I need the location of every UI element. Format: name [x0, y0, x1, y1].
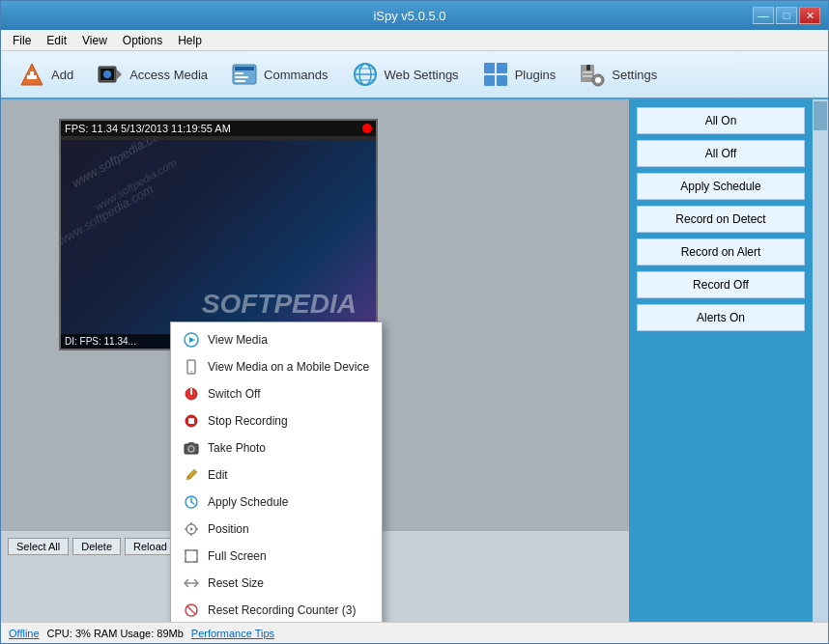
svg-rect-11 — [235, 80, 245, 82]
add-icon — [18, 61, 45, 88]
ctx-view-media-label: View Media — [208, 333, 268, 347]
commands-button[interactable]: Commands — [221, 57, 337, 92]
ctx-full-screen-label: Full Screen — [208, 549, 267, 563]
ctx-stop-recording[interactable]: Stop Recording — [171, 407, 382, 434]
thumbnail-controls: Select All Delete Reload — [6, 536, 178, 557]
main-content: FPS: 11.34 5/13/2013 11:19:55 AM www.sof… — [1, 99, 828, 622]
performance-tips-link[interactable]: Performance Tips — [191, 628, 274, 639]
commands-label: Commands — [264, 68, 328, 82]
add-label: Add — [51, 68, 73, 82]
ctx-position-icon — [183, 520, 200, 538]
ctx-view-media[interactable]: View Media — [171, 326, 382, 353]
settings-button[interactable]: Settings — [569, 57, 667, 92]
ctx-position[interactable]: Position — [171, 516, 382, 543]
alerts-on-button[interactable]: Alerts On — [637, 304, 805, 331]
delete-button[interactable]: Delete — [72, 538, 121, 555]
ctx-switch-off-icon — [183, 385, 200, 403]
svg-rect-10 — [235, 76, 248, 78]
ctx-take-photo[interactable]: Take Photo — [171, 434, 382, 462]
svg-marker-28 — [189, 337, 195, 343]
web-settings-button[interactable]: Web Settings — [342, 57, 469, 92]
ctx-apply-schedule-icon — [183, 493, 200, 511]
ctx-reset-counter-label: Reset Recording Counter (3) — [208, 603, 356, 617]
access-media-button[interactable]: Access Media — [87, 57, 217, 92]
svg-line-50 — [187, 606, 195, 614]
close-button[interactable]: ✕ — [799, 7, 820, 24]
scroll-thumb[interactable] — [814, 101, 827, 130]
svg-rect-2 — [27, 75, 37, 79]
ctx-view-media-icon — [183, 331, 200, 349]
title-bar: iSpy v5.0.5.0 — □ ✕ — [1, 1, 828, 30]
right-panel: All On All Off Apply Schedule Record on … — [629, 99, 813, 622]
svg-point-23 — [595, 77, 601, 83]
minimize-button[interactable]: — — [753, 7, 774, 24]
ctx-full-screen[interactable]: Full Screen — [171, 543, 382, 570]
ctx-full-screen-icon — [183, 547, 200, 565]
svg-point-42 — [190, 528, 193, 531]
ctx-take-photo-label: Take Photo — [208, 441, 266, 455]
all-off-button[interactable]: All Off — [637, 140, 805, 167]
camera-feed-header: FPS: 11.34 5/13/2013 11:19:55 AM — [61, 121, 376, 136]
ctx-edit-icon — [183, 466, 200, 484]
menu-view[interactable]: View — [74, 32, 115, 49]
offline-status[interactable]: Offline — [9, 628, 40, 639]
window-title: iSpy v5.0.5.0 — [67, 9, 753, 23]
ctx-apply-schedule-label: Apply Schedule — [208, 495, 288, 509]
record-on-detect-button[interactable]: Record on Detect — [637, 206, 805, 233]
ctx-position-label: Position — [208, 522, 249, 536]
cpu-ram-text: CPU: 3% RAM Usage: 89Mb — [47, 628, 184, 639]
camera-footer-text: DI: FPS: 11.34... — [65, 336, 136, 347]
ctx-stop-recording-icon — [183, 412, 200, 430]
recording-indicator — [362, 124, 372, 133]
record-on-alert-button[interactable]: Record on Alert — [637, 238, 805, 266]
ctx-reset-size[interactable]: Reset Size — [171, 570, 382, 597]
menu-file[interactable]: File — [5, 32, 39, 49]
menu-options[interactable]: Options — [115, 32, 170, 49]
ctx-take-photo-icon — [183, 439, 200, 457]
main-window: iSpy v5.0.5.0 — □ ✕ File Edit View Optio… — [0, 0, 829, 644]
access-media-label: Access Media — [129, 68, 208, 82]
svg-rect-37 — [188, 442, 194, 445]
ctx-apply-schedule[interactable]: Apply Schedule — [171, 489, 382, 516]
settings-icon — [579, 61, 606, 88]
svg-rect-32 — [190, 388, 192, 395]
ctx-reset-size-icon — [183, 574, 200, 592]
all-on-button[interactable]: All On — [637, 107, 805, 134]
menu-edit[interactable]: Edit — [39, 32, 74, 49]
apply-schedule-button[interactable]: Apply Schedule — [637, 173, 805, 200]
ctx-reset-counter-icon — [183, 602, 200, 619]
toolbar: Add Access Media — [1, 51, 828, 99]
ctx-view-mobile-label: View Media on a Mobile Device — [208, 360, 369, 374]
svg-marker-4 — [116, 69, 122, 80]
camera-feed[interactable]: FPS: 11.34 5/13/2013 11:19:55 AM www.sof… — [59, 119, 378, 350]
svg-rect-17 — [484, 63, 495, 73]
reload-button[interactable]: Reload — [125, 538, 176, 555]
select-all-button[interactable]: Select All — [8, 538, 69, 555]
menu-bar: File Edit View Options Help — [1, 30, 828, 51]
camera-area: FPS: 11.34 5/13/2013 11:19:55 AM www.sof… — [1, 99, 629, 622]
menu-help[interactable]: Help — [170, 32, 210, 49]
right-section: All On All Off Apply Schedule Record on … — [629, 99, 828, 622]
record-off-button[interactable]: Record Off — [637, 271, 805, 298]
ctx-switch-off[interactable]: Switch Off — [171, 380, 382, 407]
svg-rect-19 — [484, 75, 495, 86]
svg-rect-8 — [235, 67, 254, 70]
fps-display: FPS: 11.34 5/13/2013 11:19:55 AM — [65, 123, 231, 134]
svg-marker-38 — [186, 469, 197, 480]
ctx-edit[interactable]: Edit — [171, 462, 382, 489]
settings-label: Settings — [612, 68, 657, 82]
maximize-button[interactable]: □ — [776, 7, 797, 24]
plugins-icon — [482, 61, 509, 88]
ctx-reset-counter[interactable]: Reset Recording Counter (3) — [171, 597, 382, 622]
access-media-icon — [97, 61, 124, 88]
svg-rect-20 — [497, 75, 507, 86]
commands-icon — [231, 61, 258, 88]
right-scrollbar[interactable] — [813, 99, 828, 622]
plugins-button[interactable]: Plugins — [472, 57, 566, 92]
add-button[interactable]: Add — [9, 57, 83, 92]
ctx-edit-label: Edit — [208, 468, 228, 482]
ctx-view-mobile[interactable]: View Media on a Mobile Device — [171, 353, 382, 380]
svg-point-6 — [103, 70, 111, 78]
svg-rect-18 — [497, 63, 507, 73]
svg-point-30 — [190, 371, 192, 373]
